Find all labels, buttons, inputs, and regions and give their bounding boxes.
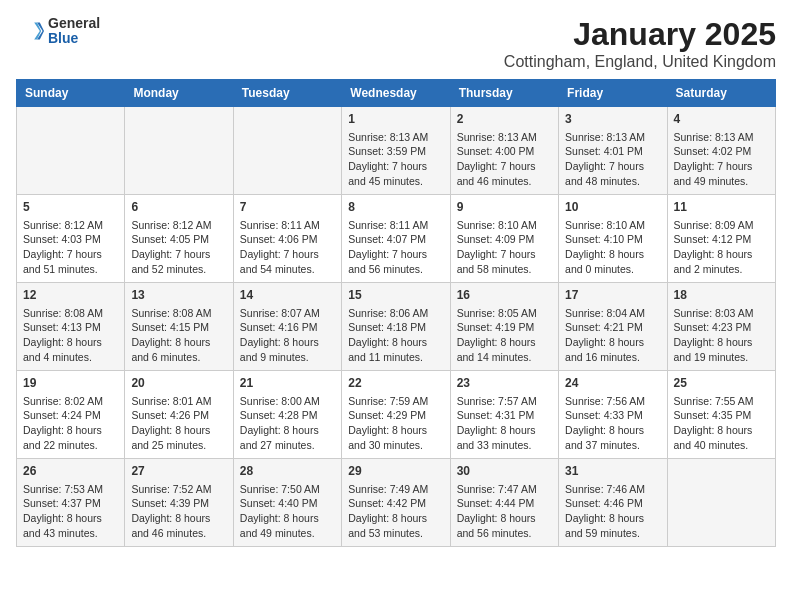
calendar-cell: 4Sunrise: 8:13 AM Sunset: 4:02 PM Daylig…	[667, 107, 775, 195]
day-number: 4	[674, 111, 769, 128]
day-number: 6	[131, 199, 226, 216]
calendar-cell: 20Sunrise: 8:01 AM Sunset: 4:26 PM Dayli…	[125, 371, 233, 459]
day-number: 12	[23, 287, 118, 304]
week-row-2: 12Sunrise: 8:08 AM Sunset: 4:13 PM Dayli…	[17, 283, 776, 371]
calendar-cell: 24Sunrise: 7:56 AM Sunset: 4:33 PM Dayli…	[559, 371, 667, 459]
week-row-1: 5Sunrise: 8:12 AM Sunset: 4:03 PM Daylig…	[17, 195, 776, 283]
calendar-cell: 14Sunrise: 8:07 AM Sunset: 4:16 PM Dayli…	[233, 283, 341, 371]
day-info: Sunrise: 8:10 AM Sunset: 4:10 PM Dayligh…	[565, 218, 660, 277]
day-info: Sunrise: 8:10 AM Sunset: 4:09 PM Dayligh…	[457, 218, 552, 277]
weekday-thursday: Thursday	[450, 80, 558, 107]
day-info: Sunrise: 8:12 AM Sunset: 4:03 PM Dayligh…	[23, 218, 118, 277]
calendar-table: SundayMondayTuesdayWednesdayThursdayFrid…	[16, 79, 776, 547]
day-number: 15	[348, 287, 443, 304]
calendar-cell: 23Sunrise: 7:57 AM Sunset: 4:31 PM Dayli…	[450, 371, 558, 459]
day-info: Sunrise: 7:49 AM Sunset: 4:42 PM Dayligh…	[348, 482, 443, 541]
week-row-0: 1Sunrise: 8:13 AM Sunset: 3:59 PM Daylig…	[17, 107, 776, 195]
logo-icon	[16, 17, 44, 45]
day-number: 18	[674, 287, 769, 304]
day-number: 7	[240, 199, 335, 216]
day-number: 31	[565, 463, 660, 480]
day-number: 30	[457, 463, 552, 480]
day-number: 17	[565, 287, 660, 304]
calendar-cell: 12Sunrise: 8:08 AM Sunset: 4:13 PM Dayli…	[17, 283, 125, 371]
calendar-cell	[667, 459, 775, 547]
day-number: 5	[23, 199, 118, 216]
weekday-saturday: Saturday	[667, 80, 775, 107]
calendar-cell: 21Sunrise: 8:00 AM Sunset: 4:28 PM Dayli…	[233, 371, 341, 459]
day-info: Sunrise: 7:59 AM Sunset: 4:29 PM Dayligh…	[348, 394, 443, 453]
calendar-cell: 16Sunrise: 8:05 AM Sunset: 4:19 PM Dayli…	[450, 283, 558, 371]
calendar-cell: 3Sunrise: 8:13 AM Sunset: 4:01 PM Daylig…	[559, 107, 667, 195]
day-number: 14	[240, 287, 335, 304]
calendar-cell: 5Sunrise: 8:12 AM Sunset: 4:03 PM Daylig…	[17, 195, 125, 283]
day-number: 11	[674, 199, 769, 216]
day-info: Sunrise: 7:46 AM Sunset: 4:46 PM Dayligh…	[565, 482, 660, 541]
day-number: 22	[348, 375, 443, 392]
calendar-cell: 15Sunrise: 8:06 AM Sunset: 4:18 PM Dayli…	[342, 283, 450, 371]
calendar-cell: 6Sunrise: 8:12 AM Sunset: 4:05 PM Daylig…	[125, 195, 233, 283]
day-number: 25	[674, 375, 769, 392]
day-number: 24	[565, 375, 660, 392]
calendar-body: 1Sunrise: 8:13 AM Sunset: 3:59 PM Daylig…	[17, 107, 776, 547]
weekday-friday: Friday	[559, 80, 667, 107]
calendar-cell	[17, 107, 125, 195]
week-row-4: 26Sunrise: 7:53 AM Sunset: 4:37 PM Dayli…	[17, 459, 776, 547]
calendar-cell: 8Sunrise: 8:11 AM Sunset: 4:07 PM Daylig…	[342, 195, 450, 283]
title-block: January 2025 Cottingham, England, United…	[504, 16, 776, 71]
weekday-tuesday: Tuesday	[233, 80, 341, 107]
calendar-cell: 13Sunrise: 8:08 AM Sunset: 4:15 PM Dayli…	[125, 283, 233, 371]
day-number: 8	[348, 199, 443, 216]
logo-general: General	[48, 16, 100, 31]
calendar-cell: 30Sunrise: 7:47 AM Sunset: 4:44 PM Dayli…	[450, 459, 558, 547]
logo-blue: Blue	[48, 31, 100, 46]
day-number: 13	[131, 287, 226, 304]
week-row-3: 19Sunrise: 8:02 AM Sunset: 4:24 PM Dayli…	[17, 371, 776, 459]
day-info: Sunrise: 7:52 AM Sunset: 4:39 PM Dayligh…	[131, 482, 226, 541]
calendar-cell: 26Sunrise: 7:53 AM Sunset: 4:37 PM Dayli…	[17, 459, 125, 547]
calendar-cell: 11Sunrise: 8:09 AM Sunset: 4:12 PM Dayli…	[667, 195, 775, 283]
calendar-cell: 29Sunrise: 7:49 AM Sunset: 4:42 PM Dayli…	[342, 459, 450, 547]
calendar-subtitle: Cottingham, England, United Kingdom	[504, 53, 776, 71]
day-info: Sunrise: 8:05 AM Sunset: 4:19 PM Dayligh…	[457, 306, 552, 365]
day-number: 27	[131, 463, 226, 480]
calendar-cell: 7Sunrise: 8:11 AM Sunset: 4:06 PM Daylig…	[233, 195, 341, 283]
day-number: 20	[131, 375, 226, 392]
calendar-cell: 17Sunrise: 8:04 AM Sunset: 4:21 PM Dayli…	[559, 283, 667, 371]
weekday-wednesday: Wednesday	[342, 80, 450, 107]
day-info: Sunrise: 7:50 AM Sunset: 4:40 PM Dayligh…	[240, 482, 335, 541]
calendar-cell: 10Sunrise: 8:10 AM Sunset: 4:10 PM Dayli…	[559, 195, 667, 283]
day-info: Sunrise: 7:56 AM Sunset: 4:33 PM Dayligh…	[565, 394, 660, 453]
calendar-cell: 19Sunrise: 8:02 AM Sunset: 4:24 PM Dayli…	[17, 371, 125, 459]
day-info: Sunrise: 8:13 AM Sunset: 4:00 PM Dayligh…	[457, 130, 552, 189]
day-number: 28	[240, 463, 335, 480]
day-info: Sunrise: 8:04 AM Sunset: 4:21 PM Dayligh…	[565, 306, 660, 365]
day-info: Sunrise: 8:11 AM Sunset: 4:06 PM Dayligh…	[240, 218, 335, 277]
day-number: 21	[240, 375, 335, 392]
weekday-header-row: SundayMondayTuesdayWednesdayThursdayFrid…	[17, 80, 776, 107]
calendar-cell: 28Sunrise: 7:50 AM Sunset: 4:40 PM Dayli…	[233, 459, 341, 547]
day-info: Sunrise: 8:13 AM Sunset: 3:59 PM Dayligh…	[348, 130, 443, 189]
day-info: Sunrise: 8:13 AM Sunset: 4:01 PM Dayligh…	[565, 130, 660, 189]
calendar-cell: 18Sunrise: 8:03 AM Sunset: 4:23 PM Dayli…	[667, 283, 775, 371]
day-info: Sunrise: 8:13 AM Sunset: 4:02 PM Dayligh…	[674, 130, 769, 189]
calendar-title: January 2025	[504, 16, 776, 53]
calendar-cell	[125, 107, 233, 195]
day-number: 26	[23, 463, 118, 480]
calendar-cell: 1Sunrise: 8:13 AM Sunset: 3:59 PM Daylig…	[342, 107, 450, 195]
day-info: Sunrise: 8:03 AM Sunset: 4:23 PM Dayligh…	[674, 306, 769, 365]
day-number: 1	[348, 111, 443, 128]
day-number: 29	[348, 463, 443, 480]
day-info: Sunrise: 8:12 AM Sunset: 4:05 PM Dayligh…	[131, 218, 226, 277]
day-number: 9	[457, 199, 552, 216]
day-number: 10	[565, 199, 660, 216]
day-info: Sunrise: 7:55 AM Sunset: 4:35 PM Dayligh…	[674, 394, 769, 453]
calendar-cell: 25Sunrise: 7:55 AM Sunset: 4:35 PM Dayli…	[667, 371, 775, 459]
page-header: General Blue January 2025 Cottingham, En…	[16, 16, 776, 71]
calendar-cell	[233, 107, 341, 195]
day-number: 3	[565, 111, 660, 128]
logo: General Blue	[16, 16, 100, 47]
day-number: 23	[457, 375, 552, 392]
calendar-cell: 22Sunrise: 7:59 AM Sunset: 4:29 PM Dayli…	[342, 371, 450, 459]
day-info: Sunrise: 8:08 AM Sunset: 4:15 PM Dayligh…	[131, 306, 226, 365]
